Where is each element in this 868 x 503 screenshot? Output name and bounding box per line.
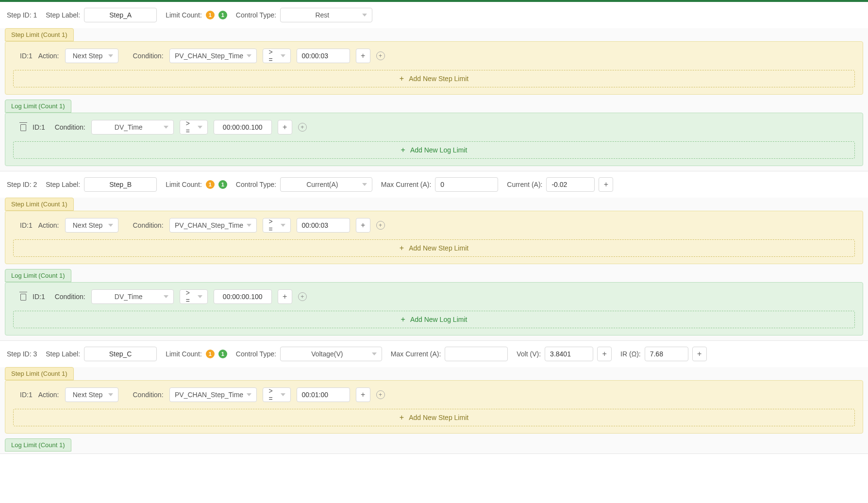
step-label-input[interactable] <box>84 8 157 22</box>
plus-circle-icon[interactable]: + <box>376 51 385 60</box>
condition-value-input[interactable] <box>297 387 350 402</box>
limit-count-orange-badge: 1 <box>206 180 215 189</box>
condition-operator-select[interactable]: > = <box>180 289 208 304</box>
step-label-input[interactable] <box>84 177 157 192</box>
limit-count-green-badge: 1 <box>218 350 227 358</box>
control-type-select[interactable]: Voltage(V) <box>280 347 382 361</box>
step-label-label: Step Label: <box>46 181 80 188</box>
add-step-limit-button[interactable]: +Add New Step Limit <box>13 409 855 426</box>
ir-input[interactable] <box>645 347 688 361</box>
trash-icon[interactable] <box>20 123 27 131</box>
max-current-label: Max Current (A): <box>381 181 431 188</box>
step-limit-tab[interactable]: Step Limit (Count 1) <box>5 28 74 41</box>
limit-count-label: Limit Count: <box>166 11 202 19</box>
log-limit-tab[interactable]: Log Limit (Count 1) <box>5 269 71 282</box>
control-type-label: Control Type: <box>236 181 276 188</box>
step-limit-panel: ID:1 Action: Next Step Condition: PV_CHA… <box>5 41 863 95</box>
current-input[interactable] <box>546 177 595 192</box>
add-log-limit-button[interactable]: +Add New Log Limit <box>13 141 855 159</box>
add-step-limit-button[interactable]: +Add New Step Limit <box>13 239 855 257</box>
action-label: Action: <box>38 52 59 60</box>
ir-label: IR (Ω): <box>620 350 641 358</box>
control-type-label: Control Type: <box>236 350 276 358</box>
max-current-input[interactable] <box>435 177 498 192</box>
add-condition-button[interactable]: + <box>356 218 370 233</box>
limit-count-label: Limit Count: <box>166 350 202 358</box>
ir-plus-button[interactable]: + <box>692 347 707 361</box>
condition-operator-select[interactable]: > = <box>263 218 291 233</box>
condition-label: Condition: <box>133 221 164 229</box>
step-label-label: Step Label: <box>46 350 80 358</box>
add-condition-button[interactable]: + <box>278 289 292 304</box>
condition-variable-select[interactable]: DV_Time <box>91 120 174 134</box>
volt-label: Volt (V): <box>517 350 541 358</box>
control-type-select[interactable]: Rest <box>280 8 372 22</box>
limit-id: ID:1 <box>33 123 45 131</box>
action-select[interactable]: Next Step <box>65 218 118 233</box>
limit-id: ID:1 <box>20 52 33 60</box>
limit-count-green-badge: 1 <box>218 11 227 19</box>
add-condition-button[interactable]: + <box>356 49 370 63</box>
add-log-limit-button[interactable]: +Add New Log Limit <box>13 311 855 328</box>
condition-value-input[interactable] <box>214 120 272 134</box>
trash-icon[interactable] <box>20 293 27 301</box>
log-limit-panel: ID:1 Condition: DV_Time > = + + +Add New… <box>5 282 863 335</box>
condition-value-input[interactable] <box>214 289 272 304</box>
step-limit-tab[interactable]: Step Limit (Count 1) <box>5 367 74 380</box>
step-limit-tab[interactable]: Step Limit (Count 1) <box>5 198 74 211</box>
action-select[interactable]: Next Step <box>65 387 118 402</box>
condition-label: Condition: <box>133 391 164 399</box>
log-limit-panel: ID:1 Condition: DV_Time > = + + +Add New… <box>5 113 863 166</box>
limit-id: ID:1 <box>20 221 33 229</box>
step-header: Step ID: 1 Step Label: Limit Count: 1 1 … <box>0 2 868 28</box>
condition-variable-select[interactable]: PV_CHAN_Step_Time <box>169 49 257 63</box>
add-step-limit-button[interactable]: +Add New Step Limit <box>13 70 855 87</box>
volt-input[interactable] <box>545 347 593 361</box>
log-limit-tab[interactable]: Log Limit (Count 1) <box>5 100 71 113</box>
control-type-label: Control Type: <box>236 11 276 19</box>
condition-variable-select[interactable]: PV_CHAN_Step_Time <box>169 387 257 402</box>
step-id-label: Step ID: 2 <box>7 181 37 188</box>
condition-value-input[interactable] <box>297 218 350 233</box>
step-limit-panel: ID:1 Action: Next Step Condition: PV_CHA… <box>5 211 863 264</box>
action-label: Action: <box>38 391 59 399</box>
step-header: Step ID: 2 Step Label: Limit Count: 1 1 … <box>0 171 868 198</box>
plus-circle-icon[interactable]: + <box>298 123 307 132</box>
plus-circle-icon[interactable]: + <box>376 390 385 399</box>
condition-operator-select[interactable]: > = <box>263 49 291 63</box>
plus-circle-icon[interactable]: + <box>298 292 307 301</box>
condition-operator-select[interactable]: > = <box>180 120 208 134</box>
max-current-label: Max Current (A): <box>391 350 441 358</box>
add-condition-button[interactable]: + <box>356 387 370 402</box>
control-type-select[interactable]: Current(A) <box>280 177 372 192</box>
condition-label: Condition: <box>55 293 85 301</box>
condition-value-input[interactable] <box>297 49 350 63</box>
current-label: Current (A): <box>507 181 542 188</box>
log-limit-tab[interactable]: Log Limit (Count 1) <box>5 438 71 452</box>
action-label: Action: <box>38 221 59 229</box>
volt-plus-button[interactable]: + <box>597 347 612 361</box>
limit-count-orange-badge: 1 <box>206 11 215 19</box>
step-id-label: Step ID: 1 <box>7 11 37 19</box>
limit-id: ID:1 <box>20 391 33 399</box>
condition-variable-select[interactable]: PV_CHAN_Step_Time <box>169 218 257 233</box>
step-header: Step ID: 3 Step Label: Limit Count: 1 1 … <box>0 341 868 367</box>
max-current-input[interactable] <box>445 347 508 361</box>
step-label-input[interactable] <box>84 347 157 361</box>
step-limit-panel: ID:1 Action: Next Step Condition: PV_CHA… <box>5 380 863 434</box>
step-label-label: Step Label: <box>46 11 80 19</box>
condition-label: Condition: <box>55 123 85 131</box>
limit-count-label: Limit Count: <box>166 181 202 188</box>
condition-variable-select[interactable]: DV_Time <box>91 289 174 304</box>
current-plus-button[interactable]: + <box>599 177 613 192</box>
condition-label: Condition: <box>133 52 164 60</box>
plus-circle-icon[interactable]: + <box>376 221 385 230</box>
limit-count-orange-badge: 1 <box>206 350 215 358</box>
condition-operator-select[interactable]: > = <box>263 387 291 402</box>
add-condition-button[interactable]: + <box>278 120 292 134</box>
action-select[interactable]: Next Step <box>65 49 118 63</box>
limit-count-green-badge: 1 <box>218 180 227 189</box>
limit-id: ID:1 <box>33 293 45 301</box>
step-id-label: Step ID: 3 <box>7 350 37 358</box>
